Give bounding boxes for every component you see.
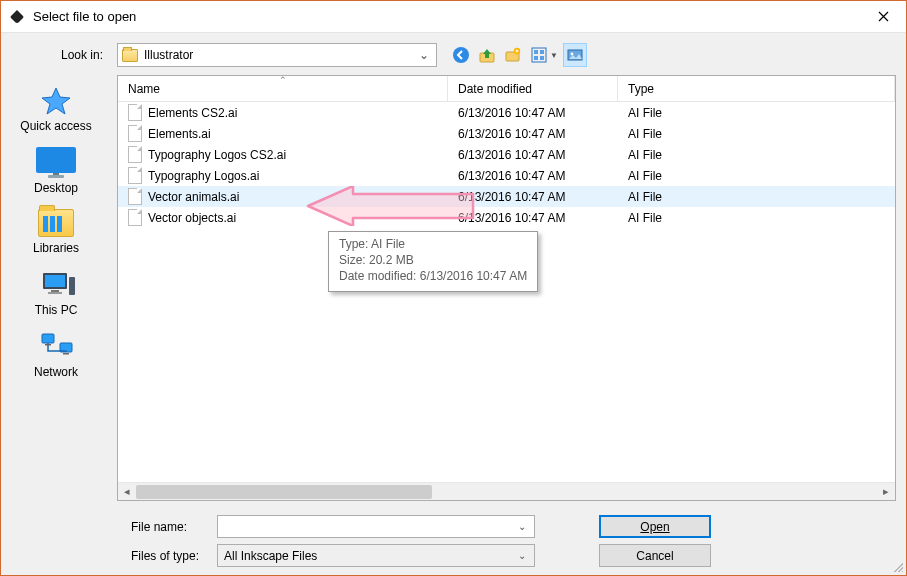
close-button[interactable] <box>861 1 906 32</box>
libraries-icon <box>38 209 74 237</box>
file-list[interactable]: Elements CS2.ai6/13/2016 10:47 AMAI File… <box>118 102 895 482</box>
horizontal-scrollbar[interactable]: ◂ ▸ <box>118 482 895 500</box>
desktop-icon <box>36 147 76 173</box>
column-header-type[interactable]: Type <box>618 76 895 101</box>
svg-rect-6 <box>540 50 544 54</box>
back-icon <box>452 46 470 64</box>
file-row[interactable]: Elements.ai6/13/2016 10:47 AMAI File <box>118 123 895 144</box>
column-header-date[interactable]: Date modified <box>448 76 618 101</box>
file-date: 6/13/2016 10:47 AM <box>448 148 618 162</box>
file-icon <box>128 104 142 121</box>
file-icon <box>128 167 142 184</box>
resize-grip[interactable] <box>891 560 903 572</box>
file-type: AI File <box>618 169 895 183</box>
place-libraries[interactable]: Libraries <box>11 209 101 255</box>
file-name: Typography Logos CS2.ai <box>148 148 286 162</box>
file-row[interactable]: Typography Logos CS2.ai6/13/2016 10:47 A… <box>118 144 895 165</box>
up-button[interactable] <box>475 43 499 67</box>
preview-toggle-button[interactable] <box>563 43 587 67</box>
file-date: 6/13/2016 10:47 AM <box>448 106 618 120</box>
view-menu-button[interactable]: ▼ <box>527 43 561 67</box>
file-name: Vector animals.ai <box>148 190 239 204</box>
file-type: AI File <box>618 211 895 225</box>
svg-point-10 <box>571 53 574 56</box>
file-list-panel: Name ⌃ Date modified Type Elements CS2.a… <box>117 75 896 501</box>
file-type: AI File <box>618 148 895 162</box>
file-list-header: Name ⌃ Date modified Type <box>118 76 895 102</box>
places-bar: Quick access Desktop Libraries This PC <box>1 75 111 501</box>
svg-rect-7 <box>534 56 538 60</box>
place-this-pc[interactable]: This PC <box>11 269 101 317</box>
view-icon <box>530 46 548 64</box>
place-quick-access[interactable]: Quick access <box>11 85 101 133</box>
file-icon <box>128 188 142 205</box>
svg-rect-13 <box>51 290 59 292</box>
file-icon <box>128 146 142 163</box>
place-desktop[interactable]: Desktop <box>11 147 101 195</box>
filetype-combo[interactable]: All Inkscape Files ⌄ <box>217 544 535 567</box>
scroll-track[interactable] <box>136 484 877 500</box>
lookin-label: Look in: <box>11 48 111 62</box>
file-icon <box>128 125 142 142</box>
filetype-label: Files of type: <box>1 549 217 563</box>
file-date: 6/13/2016 10:47 AM <box>448 190 618 204</box>
file-name: Elements CS2.ai <box>148 106 237 120</box>
file-icon <box>128 209 142 226</box>
open-button-label: Open <box>640 520 669 534</box>
tooltip-date: Date modified: 6/13/2016 10:47 AM <box>339 268 527 284</box>
chevron-down-icon: ⌄ <box>416 48 432 62</box>
close-icon <box>878 11 889 22</box>
chevron-down-icon[interactable]: ⌄ <box>513 517 530 536</box>
svg-rect-19 <box>63 353 69 355</box>
open-button[interactable]: Open <box>599 515 711 538</box>
file-type: AI File <box>618 190 895 204</box>
svg-rect-12 <box>45 275 65 287</box>
place-label: Libraries <box>33 241 79 255</box>
filename-label: File name: <box>1 520 217 534</box>
file-tooltip: Type: AI File Size: 20.2 MB Date modifie… <box>328 231 538 292</box>
new-folder-button[interactable] <box>501 43 525 67</box>
bottom-form: File name: ⌄ Open Files of type: All Ink… <box>1 501 906 575</box>
preview-icon <box>566 46 584 64</box>
file-name: Typography Logos.ai <box>148 169 259 183</box>
window-title: Select file to open <box>33 9 861 24</box>
cancel-button[interactable]: Cancel <box>599 544 711 567</box>
lookin-value: Illustrator <box>144 48 416 62</box>
scroll-left-icon[interactable]: ◂ <box>118 484 136 500</box>
place-network[interactable]: Network <box>11 331 101 379</box>
file-row[interactable]: Vector objects.ai6/13/2016 10:47 AMAI Fi… <box>118 207 895 228</box>
column-header-label: Name <box>128 82 160 96</box>
place-label: Desktop <box>34 181 78 195</box>
column-header-label: Type <box>628 82 654 96</box>
scroll-thumb[interactable] <box>136 485 432 499</box>
lookin-combo[interactable]: Illustrator ⌄ <box>117 43 437 67</box>
filetype-value: All Inkscape Files <box>224 549 513 563</box>
file-type: AI File <box>618 127 895 141</box>
cancel-button-label: Cancel <box>636 549 673 563</box>
back-button[interactable] <box>449 43 473 67</box>
sort-asc-icon: ⌃ <box>279 75 287 85</box>
file-name: Elements.ai <box>148 127 211 141</box>
column-header-name[interactable]: Name ⌃ <box>118 76 448 101</box>
scroll-right-icon[interactable]: ▸ <box>877 484 895 500</box>
place-label: Network <box>34 365 78 379</box>
place-label: This PC <box>35 303 78 317</box>
file-row[interactable]: Elements CS2.ai6/13/2016 10:47 AMAI File <box>118 102 895 123</box>
chevron-down-icon: ▼ <box>550 51 558 60</box>
chevron-down-icon[interactable]: ⌄ <box>513 546 530 565</box>
file-row[interactable]: Vector animals.ai6/13/2016 10:47 AMAI Fi… <box>118 186 895 207</box>
file-name: Vector objects.ai <box>148 211 236 225</box>
file-date: 6/13/2016 10:47 AM <box>448 127 618 141</box>
up-folder-icon <box>478 46 496 64</box>
file-date: 6/13/2016 10:47 AM <box>448 169 618 183</box>
svg-rect-16 <box>42 334 54 343</box>
network-icon <box>39 331 73 361</box>
quick-access-icon <box>39 85 73 115</box>
file-date: 6/13/2016 10:47 AM <box>448 211 618 225</box>
column-header-label: Date modified <box>458 82 532 96</box>
svg-rect-18 <box>45 344 51 346</box>
folder-icon <box>122 49 138 62</box>
filename-input[interactable]: ⌄ <box>217 515 535 538</box>
file-row[interactable]: Typography Logos.ai6/13/2016 10:47 AMAI … <box>118 165 895 186</box>
lookin-row: Look in: Illustrator ⌄ ▼ <box>1 33 906 75</box>
